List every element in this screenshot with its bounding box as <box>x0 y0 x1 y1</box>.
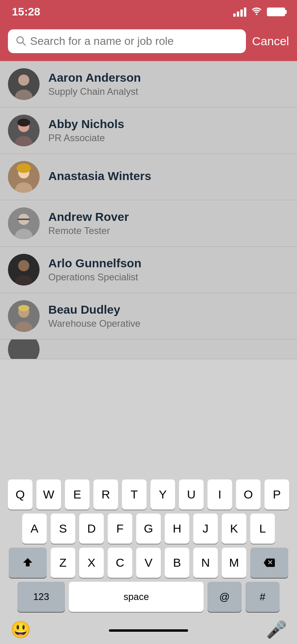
key-y[interactable]: Y <box>150 479 175 510</box>
contact-role: Warehouse Operative <box>48 318 289 329</box>
key-b[interactable]: B <box>165 548 189 578</box>
svg-point-3 <box>18 75 29 86</box>
key-r[interactable]: R <box>93 479 118 510</box>
contact-role: Remote Tester <box>48 225 289 236</box>
contact-info: Aaron Anderson Supply Chain Analyst <box>48 71 289 97</box>
list-item[interactable]: Abby Nichols PR Associate <box>0 107 297 154</box>
key-e[interactable]: E <box>65 479 89 510</box>
contact-name: Andrew Rover <box>48 210 289 224</box>
keyboard-row-1: Q W E R T Y U I O P <box>2 479 295 510</box>
key-v[interactable]: V <box>136 548 161 578</box>
key-n[interactable]: N <box>193 548 218 578</box>
key-x[interactable]: X <box>79 548 104 578</box>
key-u[interactable]: U <box>179 479 204 510</box>
list-item[interactable]: Anastasia Winters <box>0 154 297 200</box>
search-bar: Cancel <box>0 24 297 61</box>
cancel-button[interactable]: Cancel <box>252 34 289 48</box>
key-c[interactable]: C <box>108 548 132 578</box>
contact-info: Beau Dudley Warehouse Operative <box>48 303 289 329</box>
emoji-icon[interactable]: 😃 <box>10 620 31 639</box>
key-a[interactable]: A <box>22 514 47 544</box>
numbers-key[interactable]: 123 <box>17 582 65 612</box>
key-s[interactable]: S <box>51 514 75 544</box>
key-g[interactable]: G <box>136 514 161 544</box>
key-p[interactable]: P <box>265 479 289 510</box>
contact-info: Andrew Rover Remote Tester <box>48 210 289 236</box>
contact-name: Aaron Anderson <box>48 71 289 84</box>
home-indicator <box>109 629 188 632</box>
contact-role: Operations Specialist <box>48 272 289 283</box>
status-time: 15:28 <box>12 6 40 18</box>
key-f[interactable]: F <box>108 514 132 544</box>
shift-key[interactable] <box>9 548 47 578</box>
svg-line-1 <box>23 42 25 45</box>
list-item[interactable]: Beau Dudley Warehouse Operative <box>0 293 297 339</box>
contact-name: Anastasia Winters <box>48 169 289 183</box>
list-item[interactable]: Arlo Gunnelfson Operations Specialist <box>0 247 297 293</box>
key-h[interactable]: H <box>165 514 189 544</box>
status-icons <box>233 6 285 17</box>
svg-point-8 <box>17 119 30 126</box>
keyboard-row-3: Z X C V B N M <box>2 548 295 578</box>
key-j[interactable]: J <box>193 514 218 544</box>
avatar <box>8 207 40 239</box>
contact-list: Aaron Anderson Supply Chain Analyst Abby… <box>0 61 297 359</box>
status-bar: 15:28 <box>0 0 297 24</box>
battery-icon <box>267 8 285 16</box>
wifi-icon <box>251 6 262 17</box>
keyboard-row-2: A S D F G H J K L <box>2 514 295 544</box>
avatar <box>8 339 40 359</box>
avatar <box>8 254 40 286</box>
svg-point-18 <box>18 260 29 271</box>
svg-rect-16 <box>17 218 30 220</box>
avatar <box>8 68 40 100</box>
delete-key[interactable] <box>250 548 288 578</box>
svg-point-23 <box>18 305 29 311</box>
signal-icon <box>233 8 246 17</box>
contact-name: Beau Dudley <box>48 303 289 316</box>
key-q[interactable]: Q <box>8 479 32 510</box>
avatar <box>8 115 40 146</box>
keyboard-row-4: 123 space @ # <box>2 582 295 612</box>
mic-icon[interactable]: 🎤 <box>266 620 287 639</box>
contact-name: Arlo Gunnelfson <box>48 257 289 270</box>
hash-key[interactable]: # <box>246 582 280 612</box>
svg-point-12 <box>17 163 31 173</box>
key-k[interactable]: K <box>222 514 246 544</box>
contact-info: Abby Nichols PR Associate <box>48 117 289 144</box>
list-item[interactable] <box>0 339 297 359</box>
contact-info: Arlo Gunnelfson Operations Specialist <box>48 257 289 283</box>
list-item[interactable]: Andrew Rover Remote Tester <box>0 200 297 247</box>
svg-point-24 <box>8 339 40 359</box>
space-key[interactable]: space <box>69 582 204 612</box>
search-icon <box>15 35 26 48</box>
key-t[interactable]: T <box>122 479 147 510</box>
avatar <box>8 300 40 332</box>
avatar <box>8 161 40 193</box>
contact-role: PR Associate <box>48 132 289 144</box>
keyboard: Q W E R T Y U I O P A S D F G H J K L Z … <box>0 475 297 644</box>
key-z[interactable]: Z <box>51 548 75 578</box>
key-d[interactable]: D <box>79 514 104 544</box>
search-input[interactable] <box>30 35 239 48</box>
keyboard-bottom: 😃 🎤 <box>2 616 295 641</box>
contact-role: Supply Chain Analyst <box>48 86 289 97</box>
contact-info: Anastasia Winters <box>48 169 289 184</box>
key-l[interactable]: L <box>250 514 275 544</box>
at-key[interactable]: @ <box>208 582 242 612</box>
key-o[interactable]: O <box>236 479 261 510</box>
list-item[interactable]: Aaron Anderson Supply Chain Analyst <box>0 61 297 107</box>
contact-name: Abby Nichols <box>48 117 289 131</box>
key-i[interactable]: I <box>208 479 232 510</box>
search-input-wrapper[interactable] <box>8 29 246 53</box>
key-m[interactable]: M <box>222 548 246 578</box>
key-w[interactable]: W <box>36 479 61 510</box>
